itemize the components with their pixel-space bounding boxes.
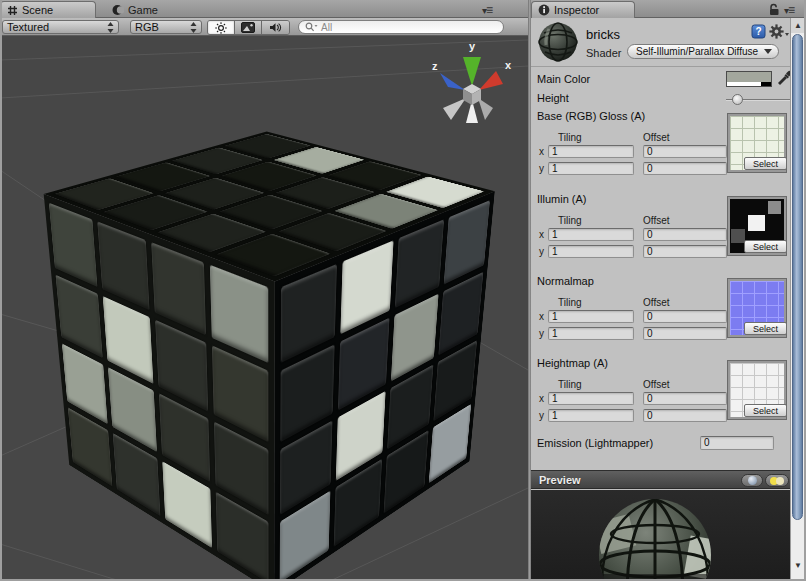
render-overlay-toggle-button[interactable] (235, 21, 262, 34)
tiling-y-field[interactable]: 1 (548, 327, 634, 340)
illumin-square (768, 201, 781, 214)
main-color-label: Main Color (537, 73, 590, 85)
material-preview-sphere (531, 490, 790, 581)
gizmo-neg-axis-cone[interactable] (443, 98, 466, 120)
offset-header: Offset (643, 215, 670, 226)
offset-x-field[interactable]: 0 (643, 145, 727, 158)
inspector-panel: Inspector ▾≡ (531, 0, 806, 581)
grid-icon (7, 5, 18, 16)
inspector-panel-menu-icon[interactable]: ▾≡ (784, 3, 794, 17)
tiling-header: Tiling (558, 132, 582, 143)
tiling-x-field[interactable]: 1 (548, 392, 634, 405)
select-texture-button[interactable]: Select (744, 240, 787, 253)
gizmo-neg-axis-cone[interactable] (478, 98, 493, 120)
audio-toggle-button[interactable] (262, 21, 289, 34)
updown-arrows-icon (107, 22, 114, 33)
scene-toolbar: Textured RGB (0, 18, 528, 36)
tab-inspector[interactable]: Inspector (531, 1, 635, 18)
main-color-swatch[interactable] (726, 71, 772, 87)
tiling-x-field[interactable]: 1 (548, 145, 634, 158)
select-texture-button[interactable]: Select (744, 404, 787, 417)
tab-scene-label: Scene (22, 4, 53, 16)
gizmo-z-axis-cone[interactable] (440, 73, 465, 90)
section-label: Heightmap (A) (537, 357, 608, 369)
info-icon (538, 4, 550, 16)
texture-section-heightmap: Heightmap (A) Tiling Offset x 1 0 y 1 0 … (531, 357, 790, 427)
shader-value: Self-Illumin/Parallax Diffuse (636, 46, 758, 57)
emission-field[interactable]: 0 (700, 436, 774, 450)
tiling-x-field[interactable]: 1 (548, 228, 634, 241)
axis-x-label: x (539, 146, 544, 157)
scene-search-field[interactable]: All (298, 20, 504, 34)
help-icon[interactable]: ? (751, 24, 766, 39)
tab-game[interactable]: Game (104, 1, 166, 18)
render-mode-value: Textured (7, 21, 49, 33)
gizmo-y-label: y (469, 40, 476, 52)
scroll-up-arrow[interactable]: ▲ (791, 18, 805, 33)
section-label: Base (RGB) Gloss (A) (537, 110, 645, 122)
scene-panel: Scene Game ▾≡ Textured RGB (0, 0, 528, 18)
height-slider-thumb[interactable] (732, 94, 743, 105)
gear-caret-icon (785, 33, 789, 36)
illumin-square (748, 215, 764, 231)
speaker-icon (269, 22, 282, 33)
preview-light-toggle[interactable] (765, 474, 789, 487)
select-texture-button[interactable]: Select (744, 322, 787, 335)
emission-label: Emission (Lightmapper) (537, 437, 653, 449)
shader-label: Shader (586, 47, 621, 59)
scroll-down-arrow[interactable]: ▼ (791, 558, 805, 573)
preview-sphere-toggle[interactable] (741, 474, 763, 487)
tab-game-label: Game (128, 4, 158, 16)
chevron-down-icon (764, 49, 772, 54)
lock-icon[interactable] (768, 3, 780, 16)
light-dot-icon (776, 477, 784, 485)
shader-dropdown[interactable]: Self-Illumin/Parallax Diffuse (627, 44, 779, 59)
offset-x-field[interactable]: 0 (643, 392, 727, 405)
section-label: Illumin (A) (537, 193, 587, 205)
game-icon (112, 4, 124, 16)
scene-viewport[interactable]: y x z (0, 36, 528, 581)
offset-y-field[interactable]: 0 (643, 409, 727, 422)
inspector-tabstrip: Inspector ▾≡ (531, 0, 806, 18)
axis-y-label: y (539, 163, 544, 174)
scene-view-toggles (207, 20, 290, 35)
gizmo-z-label: z (432, 60, 438, 72)
axis-y-label: y (539, 246, 544, 257)
offset-y-field[interactable]: 0 (643, 162, 727, 175)
offset-x-field[interactable]: 0 (643, 228, 727, 241)
material-header: bricks ? (531, 18, 790, 67)
scene-panel-menu-icon[interactable]: ▾≡ (482, 3, 492, 17)
tiling-header: Tiling (558, 379, 582, 390)
tiling-y-field[interactable]: 1 (548, 409, 634, 422)
texture-section-base: Base (RGB) Gloss (A) Tiling Offset x 1 0… (531, 110, 790, 180)
gizmo-y-axis-cone[interactable] (463, 57, 481, 86)
texture-section-normalmap: Normalmap Tiling Offset x 1 0 y 1 0 Sele… (531, 275, 790, 345)
texture-section-illumin: Illumin (A) Tiling Offset x 1 0 y 1 0 Se… (531, 193, 790, 263)
lighting-toggle-button[interactable] (208, 21, 235, 34)
tiling-x-field[interactable]: 1 (548, 310, 634, 323)
search-icon (305, 22, 318, 32)
gizmo-x-axis-cone[interactable] (479, 71, 503, 90)
render-mode-dropdown[interactable]: Textured (2, 20, 119, 34)
gear-icon[interactable] (769, 24, 790, 39)
axis-y-label: y (539, 328, 544, 339)
tab-scene[interactable]: Scene (0, 1, 96, 18)
scrollbar-thumb[interactable] (792, 34, 803, 520)
sun-icon (215, 22, 227, 34)
sphere-icon (748, 476, 757, 485)
tiling-y-field[interactable]: 1 (548, 162, 634, 175)
inspector-scrollbar[interactable]: ▲ ▼ (790, 18, 804, 581)
offset-y-field[interactable]: 0 (643, 245, 727, 258)
offset-x-field[interactable]: 0 (643, 310, 727, 323)
material-preview-area[interactable] (531, 490, 790, 581)
color-channel-value: RGB (135, 21, 159, 33)
offset-y-field[interactable]: 0 (643, 327, 727, 340)
color-alpha-black (761, 82, 771, 86)
tiling-y-field[interactable]: 1 (548, 245, 634, 258)
color-channel-dropdown[interactable]: RGB (130, 20, 202, 34)
axis-y-label: y (539, 410, 544, 421)
orientation-gizmo[interactable]: y x z (426, 38, 518, 128)
select-texture-button[interactable]: Select (744, 157, 787, 170)
unity-editor-window: Scene Game ▾≡ Textured RGB (0, 0, 806, 581)
preview-header-bar[interactable]: Preview (531, 470, 790, 489)
